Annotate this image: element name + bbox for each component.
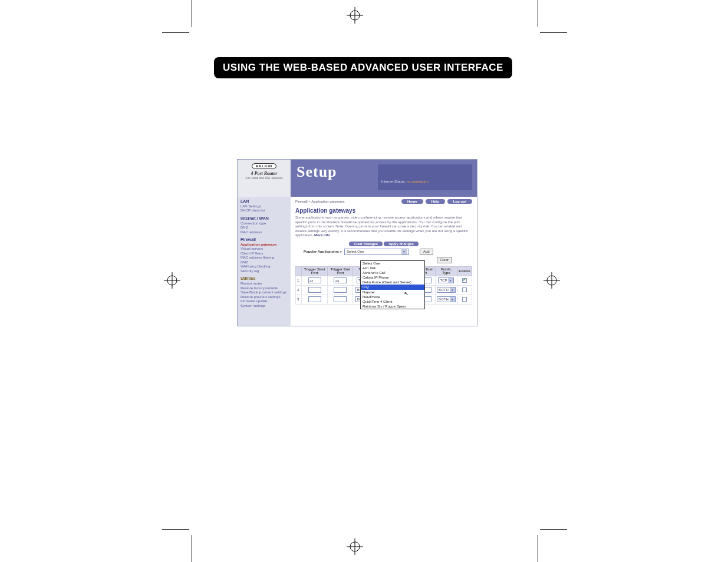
help-button[interactable]: Help [426,199,445,204]
row-num: 2. [296,285,302,295]
dropdown-option-highlighted[interactable]: ICQ [361,285,424,289]
dropdown-option[interactable]: Asheron's Call [361,270,424,275]
dropdown-option[interactable]: Rainbow Six / Rogue Spear [361,304,424,309]
row-num: 1. [296,276,302,285]
sidebar-item[interactable]: Connection type [241,222,288,226]
chevron-down-icon: ▾ [450,297,455,302]
registration-mark-icon [543,272,560,289]
sidebar-section-utilities[interactable]: Utilities [241,276,288,282]
sidebar-item[interactable]: Firmware update [241,299,288,304]
sidebar-item[interactable]: Virtual servers [241,247,288,252]
sidebar-item-active[interactable]: Application gateways [241,243,288,247]
trigger-end-input[interactable] [334,296,347,302]
clear-button[interactable]: Clear [437,257,452,263]
chevron-down-icon: ▾ [450,287,455,292]
add-button[interactable]: Add [420,249,433,255]
product-subtitle: For Cable and DSL Modems [239,176,289,180]
cursor-icon: ↖ [403,290,409,296]
sidebar-item[interactable]: DMZ [241,260,288,265]
public-type-select[interactable]: BOTH▾ [437,296,456,302]
dropdown-option[interactable]: Aim Talk [361,266,424,270]
trigger-start-input[interactable] [308,296,321,302]
th-trigger-end: Trigger End Port [328,266,353,276]
sidebar-item[interactable]: MAC address [241,230,288,235]
enable-checkbox[interactable] [462,287,467,292]
apply-changes-button[interactable]: Apply changes [384,242,419,246]
sidebar-item[interactable]: Restart router [241,282,288,286]
sidebar-item[interactable]: Security log [241,269,288,274]
trigger-end-input[interactable] [334,287,347,293]
sidebar-item[interactable]: System settings [241,304,288,309]
home-button[interactable]: Home [401,199,423,204]
page-title: USING THE WEB-BASED ADVANCED USER INTERF… [214,57,512,78]
trigger-end-input[interactable]: 24 [334,277,347,283]
clear-changes-button[interactable]: Clear changes [349,242,383,246]
router-ui: BELKIN 4 Port Router For Cable and DSL M… [237,159,477,326]
th-trigger-start: Trigger Start Port [302,266,328,276]
dropdown-option[interactable]: QuickTime 4 Client [361,299,424,304]
dropdown-option[interactable]: Net2Phone [361,295,424,299]
sidebar-section-firewall[interactable]: Firewall [241,237,288,243]
logo-area: BELKIN 4 Port Router For Cable and DSL M… [238,160,291,197]
status-box: Internet Status: no connection [378,164,472,190]
public-type-select[interactable]: TCP▾ [438,277,454,283]
more-info-link[interactable]: More Info [314,233,330,237]
sidebar-item[interactable]: DNS [241,226,288,230]
trigger-start-input[interactable]: 22 [308,277,321,283]
belkin-logo: BELKIN [252,163,276,169]
sidebar-section-wan[interactable]: Internet / WAN [241,216,288,222]
th-num [296,266,302,276]
sidebar-item[interactable]: LAN Settings [241,204,288,209]
logout-button[interactable]: Log-out [447,199,472,204]
sidebar-item[interactable]: DHCP client list [241,209,288,213]
sidebar-item[interactable]: MAC address filtering [241,256,288,260]
dropdown-option[interactable]: Delta Force (Client and Server) [361,280,424,285]
trigger-start-input[interactable] [308,287,321,293]
select-value: Select One [347,250,364,253]
popular-apps-select[interactable]: Select One ▾ [344,249,409,255]
registration-mark-icon [164,272,180,289]
public-type-select[interactable]: BOTH▾ [437,287,456,293]
dropdown-list[interactable]: Select One Aim Talk Asheron's Call Calis… [360,260,425,309]
page-heading: Application gateways [295,207,472,214]
sidebar-item[interactable]: Restore previous settings [241,295,288,300]
th-enable: Enable [457,266,472,276]
enable-checkbox[interactable] [462,278,467,283]
description-text: Some applications such as games, video c… [295,216,472,238]
status-label: Internet Status: [381,180,406,183]
enable-checkbox[interactable] [462,297,467,302]
product-name: 4 Port Router [239,171,289,176]
sidebar-item[interactable]: Save/Backup current settings [241,290,288,295]
row-num: 3. [296,295,302,304]
status-value: no connection [406,180,428,183]
chevron-down-icon: ▾ [448,278,453,283]
sidebar-section-lan[interactable]: LAN [241,199,288,204]
registration-mark-icon [347,538,363,555]
main-panel: Firewall > Application gateways Home Hel… [291,197,477,326]
dropdown-option[interactable]: Calista IP Phone [361,275,424,280]
th-public-type: Public Type [435,266,457,276]
popular-apps-label: Popular Applicatoins > [304,250,342,253]
sidebar: LAN LAN Settings DHCP client list Intern… [238,197,291,326]
sidebar-item[interactable]: WAN ping blocking [241,265,288,269]
chevron-down-icon: ▾ [401,249,407,254]
sidebar-item[interactable]: Client IP filters [241,252,288,256]
dropdown-option[interactable]: Select One [361,261,424,266]
dropdown-option[interactable]: Napster [361,290,424,295]
breadcrumb: Firewall > Application gateways [295,200,345,203]
sidebar-item[interactable]: Restore factory defaults [241,286,288,291]
registration-mark-icon [347,7,363,24]
